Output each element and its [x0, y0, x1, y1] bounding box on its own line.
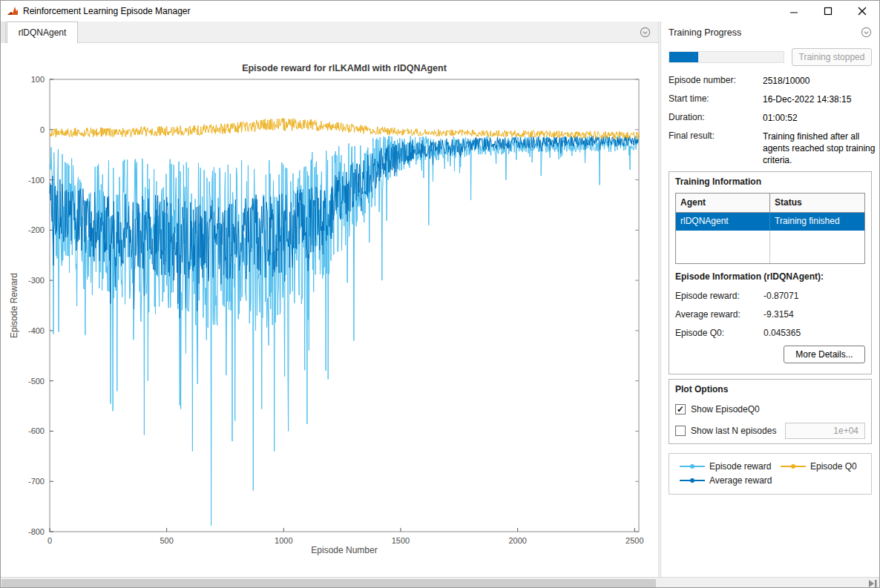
average-reward-value: -9.3154	[764, 309, 794, 320]
training-progress-title: Training Progress	[669, 27, 741, 38]
svg-text:-100: -100	[28, 176, 45, 185]
start-time-value: 16-Dec-2022 14:38:15	[763, 93, 876, 105]
svg-text:Episode Number: Episode Number	[311, 545, 377, 555]
legend-episode-reward-label: Episode reward	[709, 461, 771, 472]
maximize-button[interactable]	[811, 1, 845, 22]
chart-region: 1000-100-200-300-400-500-600-700-8000500…	[1, 43, 658, 577]
svg-text:-500: -500	[28, 377, 45, 386]
scrollbar-thumb[interactable]	[1, 579, 656, 588]
tab-bar: rlDQNAgent	[1, 22, 658, 43]
duration-label: Duration:	[669, 112, 705, 122]
tab-label: rlDQNAgent	[19, 27, 67, 38]
svg-text:1000: 1000	[275, 536, 292, 545]
more-details-button[interactable]: More Details...	[784, 346, 865, 363]
show-last-n-label: Show last N episodes	[691, 426, 776, 436]
training-progress-bar	[669, 51, 784, 63]
plot-options-title: Plot Options	[675, 384, 728, 394]
status-cell: Training finished	[770, 213, 864, 231]
svg-text:Episode reward for rlLKAMdl wi: Episode reward for rlLKAMdl with rlDQNAg…	[242, 63, 447, 73]
training-information-title: Training Information	[675, 176, 761, 187]
episode-q0-swatch	[781, 466, 806, 467]
start-time-label: Start time:	[669, 93, 709, 104]
table-empty-area	[676, 231, 864, 263]
tab-rldqnagent[interactable]: rlDQNAgent	[7, 22, 78, 43]
show-episodeq0-checkbox[interactable]	[675, 404, 686, 414]
scroll-to-end-icon[interactable]	[867, 579, 878, 588]
tab-strip-handle[interactable]	[1, 22, 6, 43]
duration-value: 01:00:52	[763, 112, 876, 124]
svg-text:100: 100	[31, 75, 45, 84]
status-column-header: Status	[770, 194, 864, 212]
agent-column-header: Agent	[676, 194, 770, 212]
svg-text:-300: -300	[28, 276, 45, 285]
svg-text:1500: 1500	[392, 536, 410, 545]
svg-text:-800: -800	[28, 527, 45, 536]
horizontal-scrollbar	[1, 577, 880, 588]
last-n-episodes-input[interactable]	[785, 423, 865, 439]
tab-options-icon[interactable]	[640, 27, 651, 38]
legend-average-reward-label: Average reward	[709, 475, 772, 486]
table-header-row: Agent Status	[676, 194, 864, 213]
episode-q0-value: 0.045365	[764, 328, 801, 338]
episode-manager-window: Reinforcement Learning Episode Manager r…	[0, 0, 880, 588]
training-information-panel: Training Information Agent Status rlDQNA…	[669, 171, 872, 374]
svg-text:-700: -700	[28, 477, 45, 486]
episode-reward-swatch	[680, 466, 705, 467]
average-reward-swatch	[680, 480, 705, 481]
final-result-label: Final result:	[669, 131, 715, 141]
episode-reward-label: Episode reward:	[675, 291, 740, 301]
show-last-n-checkbox[interactable]	[675, 426, 686, 436]
svg-text:0: 0	[40, 125, 45, 134]
plot-options-panel: Plot Options Show EpisodeQ0 Show last N …	[669, 379, 872, 444]
training-progress-panel: Training Progress Training stopped Episo…	[661, 22, 880, 577]
episode-reward-chart: 1000-100-200-300-400-500-600-700-8000500…	[1, 43, 658, 577]
svg-text:-200: -200	[28, 225, 45, 234]
legend-episode-q0-label: Episode Q0	[810, 461, 857, 472]
svg-text:2500: 2500	[625, 536, 643, 545]
table-row[interactable]: rlDQNAgent Training finished	[676, 213, 864, 231]
show-episodeq0-label: Show EpisodeQ0	[691, 404, 760, 414]
average-reward-label: Average reward:	[675, 309, 741, 320]
progress-fill	[669, 52, 698, 62]
close-button[interactable]	[845, 1, 879, 22]
svg-text:500: 500	[160, 536, 173, 545]
window-controls	[777, 1, 879, 22]
svg-text:Episode Reward: Episode Reward	[9, 273, 19, 338]
maximize-icon	[824, 7, 833, 16]
final-result-value: Training finished after all agents reach…	[763, 131, 876, 167]
titlebar: Reinforcement Learning Episode Manager	[1, 1, 879, 22]
episode-information-title: Episode Information (rlDQNAgent):	[675, 271, 824, 282]
svg-text:-600: -600	[28, 426, 45, 435]
agent-cell: rlDQNAgent	[676, 213, 770, 231]
svg-text:-400: -400	[28, 326, 45, 335]
agent-status-table: Agent Status rlDQNAgent Training finishe…	[675, 193, 865, 264]
panel-options-icon[interactable]	[861, 27, 872, 38]
minimize-button[interactable]	[777, 1, 811, 22]
chart-legend: Episode reward Episode Q0 Average reward	[669, 453, 872, 495]
close-icon	[858, 7, 867, 16]
svg-text:0: 0	[47, 536, 52, 545]
training-stopped-button[interactable]: Training stopped	[792, 48, 872, 66]
minimize-icon	[789, 7, 798, 16]
episode-reward-value: -0.87071	[764, 291, 798, 301]
matlab-icon	[7, 5, 19, 17]
window-title: Reinforcement Learning Episode Manager	[23, 6, 190, 16]
episode-q0-label: Episode Q0:	[675, 328, 724, 338]
episode-number-value: 2518/10000	[763, 75, 876, 87]
episode-number-label: Episode number:	[669, 75, 736, 85]
svg-text:2000: 2000	[508, 536, 526, 545]
